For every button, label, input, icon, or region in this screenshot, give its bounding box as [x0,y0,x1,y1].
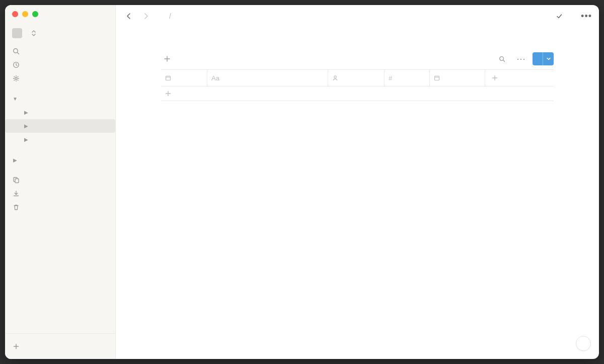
workspace-badge [12,28,22,38]
breadcrumb-current[interactable] [176,15,183,17]
sidebar-item-home[interactable]: ▼ [5,92,115,106]
templates-icon [12,176,20,184]
caret-right-icon[interactable]: ▶ [23,123,29,129]
page-body: ⋯ [116,27,599,359]
add-column-button[interactable] [485,70,504,86]
add-view-button[interactable] [161,54,176,64]
breadcrumb-separator: / [169,12,171,20]
plus-icon [164,56,170,62]
search-icon [12,48,20,55]
expenses-table: Aa # [161,69,554,101]
new-page-button[interactable] [5,338,115,355]
updates-button[interactable] [556,13,565,20]
plus-icon [165,90,171,97]
svg-line-1 [17,52,19,54]
plus-icon [12,343,20,350]
svg-rect-5 [15,178,19,183]
breadcrumb-home[interactable] [157,15,164,17]
chevron-updown-icon [31,30,36,36]
clock-icon [12,61,20,68]
caret-right-icon[interactable]: ▶ [12,157,18,163]
person-icon [332,75,338,81]
new-row-dropdown[interactable] [543,52,554,65]
col-title[interactable]: Aa [207,70,328,86]
window-close-button[interactable] [12,11,18,17]
sidebar-item-expenses[interactable]: ▶ [5,119,115,133]
col-spacer [504,70,554,86]
window-maximize-button[interactable] [32,11,38,17]
add-row-button[interactable] [161,86,554,101]
svg-rect-10 [435,76,439,80]
database-viewbar: ⋯ [161,52,554,68]
table-count[interactable] [161,101,554,116]
sidebar: ▼ ▶ ▶ ▶ ▶ [5,5,116,359]
window-controls [12,11,38,17]
sidebar-section-private [5,146,115,153]
help-button[interactable] [576,336,591,351]
caret-right-icon[interactable]: ▶ [23,110,29,115]
sidebar-section-workspace [5,85,115,92]
app-window: ▼ ▶ ▶ ▶ ▶ [5,5,599,359]
col-paid[interactable] [430,70,485,86]
sidebar-quick-find[interactable] [5,44,115,58]
main: / ••• [116,5,599,359]
nav-back-button[interactable] [123,10,135,22]
import-icon [12,190,20,197]
search-button[interactable] [497,55,509,63]
nav-forward-button[interactable] [140,10,152,22]
topbar-actions: ••• [548,13,592,20]
topbar: / ••• [116,5,599,27]
sidebar-item-tasks[interactable]: ▶ [5,133,115,146]
window-minimize-button[interactable] [22,11,28,17]
col-date[interactable] [161,70,207,86]
workspace-switcher[interactable] [5,25,115,44]
col-price[interactable]: # [385,70,430,86]
calendar-icon [434,75,440,81]
text-icon: Aa [211,74,219,82]
filter-button[interactable] [475,58,479,60]
sidebar-trash[interactable] [5,200,115,214]
check-icon [556,13,563,20]
new-row-button[interactable] [533,52,554,65]
calendar-icon [165,75,171,81]
chevron-down-icon [546,56,551,61]
plus-icon [492,75,498,81]
sidebar-item-my-tasks[interactable]: ▶ [5,153,115,167]
trash-icon [12,204,20,211]
svg-rect-8 [166,76,171,80]
sidebar-import[interactable] [5,187,115,200]
properties-button[interactable] [464,58,468,60]
sort-button[interactable] [486,58,490,60]
sidebar-settings[interactable] [5,71,115,85]
sidebar-item-projects[interactable]: ▶ [5,106,115,119]
sidebar-all-updates[interactable] [5,58,115,71]
search-icon [499,56,505,62]
sidebar-templates[interactable] [5,173,115,187]
svg-line-7 [503,60,505,61]
gear-icon [12,75,20,82]
view-more-button[interactable]: ⋯ [516,53,525,64]
col-member[interactable] [328,70,385,86]
table-header: Aa # [161,70,554,86]
caret-right-icon[interactable]: ▶ [23,137,29,142]
svg-point-9 [334,76,336,78]
caret-down-icon[interactable]: ▼ [12,96,18,102]
number-icon: # [389,74,392,82]
svg-point-3 [15,77,17,79]
